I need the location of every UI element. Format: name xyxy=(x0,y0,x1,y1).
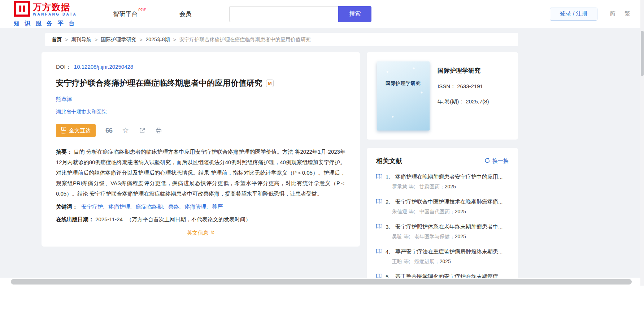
wanfang-logo[interactable]: 万方数据 WANFANG DATA 知 识 服 务 平 台 xyxy=(14,0,77,27)
nav-item-zhiyan-platform[interactable]: 智研平台new xyxy=(113,10,145,18)
journal-cover-title: 国际护理学研究 xyxy=(386,80,421,131)
breadcrumb-home-link[interactable]: 首页 xyxy=(52,37,62,43)
search-input[interactable] xyxy=(229,6,338,22)
share-export-icon[interactable] xyxy=(139,127,145,134)
related-item-authors: 王盼 等; xyxy=(392,258,410,264)
english-info-row: 英文信息 xyxy=(56,230,345,236)
refresh-related-link[interactable]: 换一换 xyxy=(484,158,509,164)
journal-info: 国际护理学研究 ISSN： 2633-2191 年,卷(期)： 2025,7(8… xyxy=(438,61,489,130)
content-area: 首页 > 期刊导航 > 国际护理学研究 > 2025年8期 > 安宁疗护联合疼痛… xyxy=(0,28,644,278)
abstract-label: 摘要： xyxy=(56,149,72,155)
related-literature-title: 相关文献 xyxy=(376,157,402,165)
publish-date-row: 在线出版日期： 2025-11-24 （万方平台首次上网日期，不代表论文的发表时… xyxy=(56,216,345,223)
keyword-link[interactable]: 癌症临终期; xyxy=(136,204,164,210)
publish-date-value: 2025-11-24 xyxy=(95,216,123,222)
related-item-number: 3. xyxy=(386,224,392,230)
related-item-title-link[interactable]: 安宁疗护联合中医护理技术在晚期肺癌疼痛... xyxy=(395,198,503,205)
breadcrumb: 首页 > 期刊导航 > 国际护理学研究 > 2025年8期 > 安宁疗护联合疼痛… xyxy=(45,33,518,46)
nav-item-membership[interactable]: 会员 xyxy=(179,10,191,18)
print-icon[interactable] xyxy=(155,127,162,134)
breadcrumb-separator: > xyxy=(95,37,97,43)
header-right: 登录 / 注册 简 繁 xyxy=(550,8,630,21)
publish-date-label: 在线出版日期： xyxy=(56,216,94,222)
related-item-number: 1. xyxy=(386,174,392,180)
brand-name-en: WANFANG DATA xyxy=(33,12,77,16)
nav-label: 会员 xyxy=(179,10,191,17)
related-item-source: 老年医学与保健； xyxy=(414,234,455,239)
favorite-star-icon[interactable]: ☆ xyxy=(122,126,129,135)
article-card: DOI： 10.12208/j.ijnr.20250428 安宁疗护联合疼痛护理… xyxy=(42,52,360,247)
related-item: 1. 疼痛护理在晚期肿瘤患者安宁疗护中的应用... 罗承慧 等; 甘肃医药；20… xyxy=(376,174,509,190)
keyword-link[interactable]: 疼痛护理; xyxy=(109,204,132,210)
volume-label: 年,卷(期)： xyxy=(438,98,464,104)
related-item-source: 癌症进展； xyxy=(414,258,440,264)
breadcrumb-journal-nav-link[interactable]: 期刊导航 xyxy=(71,37,91,43)
search-button[interactable]: 搜索 xyxy=(338,6,371,22)
journal-cover-image[interactable]: 国际护理学研究 xyxy=(377,61,430,131)
breadcrumb-journal-link[interactable]: 国际护理学研究 xyxy=(101,37,136,43)
related-item-year: 2025 xyxy=(445,184,456,189)
publish-date-note: （万方平台首次上网日期，不代表论文的发表时间） xyxy=(126,216,251,222)
abstract-text: 目的 分析在癌症临终期患者的临床护理方案中应用安宁疗护联合疼痛护理的医学价值。方… xyxy=(56,149,345,197)
affiliation-row: 湖北省十堰市太和医院 xyxy=(56,108,345,115)
top-header: 万方数据 WANFANG DATA 知 识 服 务 平 台 智研平台new 会员… xyxy=(0,0,644,28)
keyword-link[interactable]: 安宁疗护; xyxy=(81,204,104,210)
breadcrumb-separator: > xyxy=(173,37,176,43)
journal-issn-row: ISSN： 2633-2191 xyxy=(438,83,489,90)
wanfang-logo-icon xyxy=(14,0,30,18)
keyword-link[interactable]: 疼痛管理; xyxy=(185,204,208,210)
refresh-icon xyxy=(484,158,490,164)
issn-label: ISSN： xyxy=(438,83,456,89)
lang-traditional-toggle[interactable]: 繁 xyxy=(625,10,630,18)
related-item-number: 5. xyxy=(386,274,392,278)
new-badge: new xyxy=(138,7,145,11)
chevron-down-icon xyxy=(210,230,215,236)
related-item-authors: 吴璇 等; xyxy=(392,234,410,239)
refresh-label: 换一换 xyxy=(492,158,509,164)
related-item-title-link[interactable]: 疼痛护理在晚期肿瘤患者安宁疗护中的应用... xyxy=(395,174,503,180)
related-item: 5. 基于整合医学理念的安宁疗护在终末期癌症... xyxy=(376,273,509,278)
related-item-title-link[interactable]: 安宁疗护照护体系在老年终末期肿瘤患者中... xyxy=(395,223,503,230)
related-item-number: 4. xyxy=(386,249,392,255)
horizontal-scrollbar-thumb[interactable] xyxy=(11,279,632,285)
book-icon xyxy=(376,198,382,205)
article-actions: free 全文直达 66 ☆ xyxy=(56,124,345,137)
book-icon xyxy=(376,273,382,278)
related-item: 4. 尊严安宁疗法在重症监护病房肿瘤终末期患... 王盼 等; 癌症进展；202… xyxy=(376,248,509,265)
book-icon xyxy=(376,174,382,180)
related-item: 2. 安宁疗护联合中医护理技术在晚期肺癌疼痛... 朱佳迎 等; 中国当代医药；… xyxy=(376,198,509,215)
book-icon xyxy=(376,248,382,255)
keyword-link[interactable]: 善终; xyxy=(168,204,180,210)
cite-quote-icon[interactable]: 66 xyxy=(105,127,112,134)
english-info-toggle[interactable]: 英文信息 xyxy=(187,230,215,236)
affiliation-link[interactable]: 湖北省十堰市太和医院 xyxy=(56,109,106,115)
keywords-row: 关键词： 安宁疗护; 疼痛护理; 癌症临终期; 善终; 疼痛管理; 尊严 xyxy=(56,204,345,210)
issn-value: 2633-2191 xyxy=(457,83,483,89)
author-link[interactable]: 熊章津 xyxy=(56,96,72,102)
brand-name-cn: 万方数据 xyxy=(33,3,77,12)
related-item: 3. 安宁疗护照护体系在老年终末期肿瘤患者中... 吴璇 等; 老年医学与保健；… xyxy=(376,223,509,240)
vertical-scrollbar-thumb[interactable] xyxy=(641,31,644,76)
lang-divider xyxy=(620,12,620,17)
breadcrumb-issue-link[interactable]: 2025年8期 xyxy=(146,37,170,43)
fulltext-button[interactable]: free 全文直达 xyxy=(56,124,96,137)
article-title: 安宁疗护联合疼痛护理在癌症临终期患者中的应用价值研究 xyxy=(56,78,262,89)
lang-simplified-toggle[interactable]: 简 xyxy=(610,10,615,18)
fulltext-button-label: 全文直达 xyxy=(69,127,91,134)
journal-name-link[interactable]: 国际护理学研究 xyxy=(438,67,489,75)
keyword-link[interactable]: 尊严 xyxy=(212,204,223,210)
medline-badge: M xyxy=(266,80,274,87)
login-register-button[interactable]: 登录 / 注册 xyxy=(550,8,597,21)
related-item-authors: 罗承慧 等; xyxy=(392,184,415,189)
related-literature-card: 相关文献 换一换 xyxy=(367,148,518,278)
volume-value: 2025,7(8) xyxy=(466,98,489,104)
related-item-title-link[interactable]: 尊严安宁疗法在重症监护病房肿瘤终末期患... xyxy=(395,248,503,255)
keywords-label: 关键词： xyxy=(56,204,78,210)
related-item-year: 2025 xyxy=(440,258,451,264)
related-item-title-link[interactable]: 基于整合医学理念的安宁疗护在终末期癌症... xyxy=(395,273,503,278)
doi-link[interactable]: 10.12208/j.ijnr.20250428 xyxy=(74,64,133,70)
related-item-authors: 朱佳迎 等; xyxy=(392,209,415,214)
book-icon xyxy=(376,223,382,230)
journal-volume-row: 年,卷(期)： 2025,7(8) xyxy=(438,98,489,105)
doi-row: DOI： 10.12208/j.ijnr.20250428 xyxy=(56,64,345,70)
